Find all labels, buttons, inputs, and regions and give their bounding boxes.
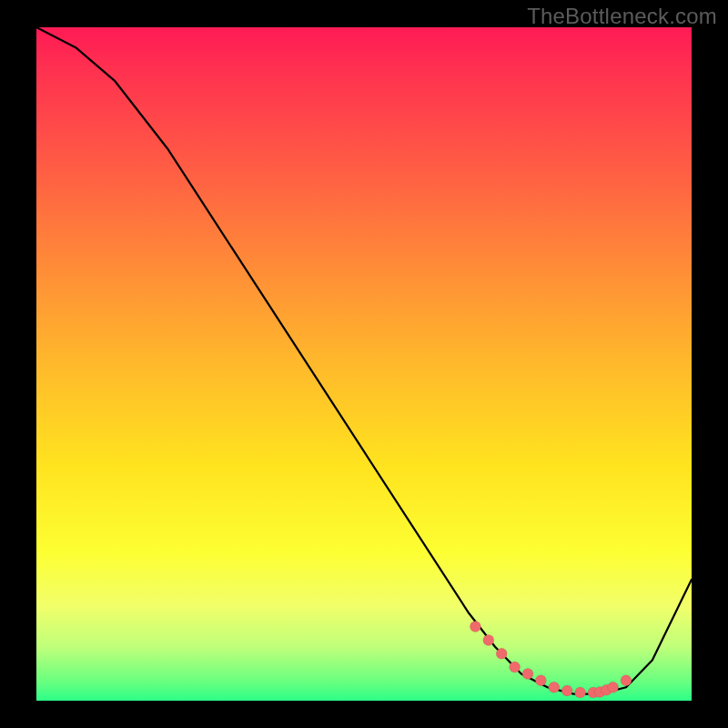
optimum-dot bbox=[496, 648, 507, 659]
optimum-dot bbox=[561, 685, 572, 696]
optimum-dot bbox=[535, 675, 546, 686]
optimum-dot bbox=[608, 682, 619, 693]
bottleneck-curve-line bbox=[36, 27, 692, 694]
optimum-dot bbox=[549, 682, 560, 693]
optimum-dot bbox=[575, 687, 586, 698]
optimum-dots-group bbox=[470, 622, 632, 699]
optimum-dot bbox=[522, 668, 533, 679]
bottleneck-curve-svg bbox=[36, 27, 692, 701]
optimum-dot bbox=[621, 675, 632, 686]
chart-frame: TheBottleneck.com bbox=[0, 0, 728, 728]
optimum-dot bbox=[470, 622, 480, 632]
optimum-dot bbox=[483, 634, 494, 645]
watermark-text: TheBottleneck.com bbox=[527, 4, 717, 29]
optimum-dot bbox=[510, 662, 521, 672]
